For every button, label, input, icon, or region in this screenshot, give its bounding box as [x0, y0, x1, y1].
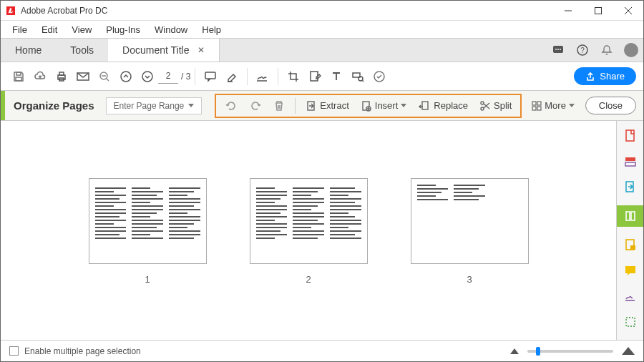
- close-tab-icon[interactable]: ✕: [197, 45, 205, 55]
- svg-point-20: [142, 72, 152, 82]
- menubar: File Edit View Plug-Ins Window Help: [1, 21, 643, 38]
- chevron-down-icon: [401, 104, 406, 107]
- app-window: Adobe Acrobat Pro DC File Edit View Plug…: [0, 0, 644, 362]
- text-tool-icon[interactable]: [326, 66, 347, 87]
- svg-point-5: [555, 49, 557, 50]
- svg-point-33: [481, 102, 484, 104]
- share-icon: [585, 72, 595, 82]
- svg-point-7: [560, 49, 561, 50]
- svg-rect-47: [625, 266, 635, 273]
- checkmark-icon[interactable]: [369, 66, 390, 87]
- page-thumb-3[interactable]: 3: [411, 178, 529, 285]
- minimize-button[interactable]: [553, 1, 583, 21]
- cloud-upload-icon[interactable]: [29, 66, 51, 87]
- redact-icon[interactable]: [347, 66, 369, 87]
- print-icon[interactable]: [51, 66, 72, 87]
- page-thumb-2[interactable]: 2: [250, 178, 368, 285]
- page-thumbnails: 1 2: [1, 121, 616, 340]
- svg-rect-32: [422, 102, 428, 109]
- crop-icon[interactable]: [283, 66, 304, 87]
- export-pdf-icon[interactable]: [623, 180, 638, 195]
- highlight-icon[interactable]: [221, 66, 243, 87]
- mail-icon[interactable]: [72, 66, 94, 87]
- tab-home[interactable]: Home: [1, 39, 56, 62]
- more-tools-icon[interactable]: [623, 314, 638, 330]
- more-button[interactable]: More: [532, 100, 575, 111]
- grid-icon: [532, 101, 542, 111]
- share-button[interactable]: Share: [574, 67, 636, 85]
- tab-document[interactable]: Document Title ✕: [108, 39, 220, 62]
- chat-icon[interactable]: [546, 39, 570, 62]
- page-range-dropdown[interactable]: Enter Page Range: [106, 97, 203, 114]
- svg-point-6: [557, 49, 559, 50]
- svg-line-27: [362, 80, 364, 82]
- replace-icon: [418, 99, 431, 112]
- menu-help[interactable]: Help: [195, 23, 228, 36]
- edit-pdf-icon[interactable]: [304, 66, 326, 87]
- page-thumb-1[interactable]: 1: [89, 178, 207, 285]
- zoom-slider[interactable]: [527, 350, 613, 353]
- svg-rect-37: [532, 107, 536, 110]
- profile-avatar[interactable]: [619, 39, 643, 62]
- extract-button[interactable]: Extract: [301, 97, 353, 114]
- acrobat-icon: [5, 5, 16, 16]
- svg-rect-43: [626, 212, 630, 220]
- svg-rect-49: [626, 318, 635, 326]
- close-organize-button[interactable]: Close: [585, 97, 636, 114]
- multi-select-checkbox[interactable]: [9, 346, 19, 356]
- svg-rect-11: [16, 72, 21, 75]
- tab-tools[interactable]: Tools: [56, 39, 108, 62]
- help-icon[interactable]: ?: [570, 39, 595, 62]
- tab-document-label: Document Title: [122, 44, 189, 56]
- comment-tool-icon[interactable]: [623, 237, 638, 253]
- sticky-note-icon[interactable]: [623, 263, 638, 278]
- rotate-cw-button[interactable]: [245, 97, 266, 114]
- bell-icon[interactable]: [595, 39, 619, 62]
- page-preview: [250, 178, 368, 264]
- close-window-button[interactable]: [613, 1, 643, 21]
- menu-view[interactable]: View: [64, 23, 99, 36]
- rotate-ccw-button[interactable]: [220, 97, 242, 114]
- page-up-icon[interactable]: [115, 66, 137, 87]
- create-pdf-icon[interactable]: [623, 128, 638, 144]
- sign-icon[interactable]: [252, 66, 273, 87]
- svg-rect-21: [205, 72, 215, 79]
- organize-pages-icon[interactable]: [617, 205, 644, 227]
- svg-point-34: [481, 107, 484, 110]
- zoom-small-icon[interactable]: [510, 348, 519, 354]
- fill-sign-icon[interactable]: [623, 288, 638, 304]
- menu-edit[interactable]: Edit: [34, 23, 64, 36]
- page-down-icon[interactable]: [137, 66, 158, 87]
- insert-button[interactable]: Insert: [356, 97, 411, 114]
- page-number: 3: [467, 274, 472, 285]
- svg-rect-1: [595, 7, 602, 14]
- menu-window[interactable]: Window: [147, 23, 195, 36]
- svg-text:?: ?: [580, 47, 585, 54]
- extract-icon: [306, 99, 317, 112]
- svg-rect-40: [625, 157, 635, 161]
- multi-select-label: Enable multiple page selection: [24, 346, 141, 356]
- svg-rect-41: [625, 162, 635, 166]
- zoom-large-icon[interactable]: [622, 347, 635, 355]
- maximize-button[interactable]: [583, 1, 613, 21]
- split-button[interactable]: Split: [475, 97, 516, 114]
- page-number-input[interactable]: [158, 69, 178, 84]
- delete-page-button[interactable]: [269, 97, 289, 114]
- menu-plugins[interactable]: Plug-Ins: [99, 23, 147, 36]
- menu-file[interactable]: File: [5, 23, 34, 36]
- organize-accent: [1, 91, 5, 120]
- tools-sidepanel: [616, 121, 643, 340]
- replace-button[interactable]: Replace: [414, 97, 472, 114]
- content-area: 1 2: [1, 121, 643, 340]
- comment-icon[interactable]: [200, 66, 221, 87]
- combine-files-icon[interactable]: [623, 154, 638, 170]
- chevron-down-icon: [569, 104, 575, 107]
- svg-rect-44: [631, 212, 635, 220]
- zoom-out-icon[interactable]: [94, 66, 115, 87]
- share-label: Share: [600, 71, 625, 82]
- main-toolbar: / 3 Share: [1, 62, 643, 91]
- app-title: Adobe Acrobat Pro DC: [21, 6, 553, 16]
- save-icon[interactable]: [8, 66, 29, 87]
- page-preview: [411, 178, 529, 264]
- svg-rect-25: [353, 73, 360, 77]
